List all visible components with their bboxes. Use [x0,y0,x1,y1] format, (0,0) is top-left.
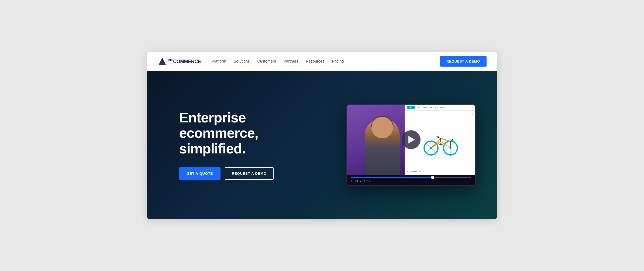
product-bottom-text: BE FASTEST S/B 18/80 [407,171,421,173]
video-screen: YETI BIKES APPAREL SALE BLOG STORY [347,105,475,175]
request-demo-button[interactable]: REQUEST A DEMO [440,56,487,67]
nav-item-platform[interactable]: Platform [212,59,226,64]
video-wrapper: YETI BIKES APPAREL SALE BLOG STORY [346,104,476,186]
play-button[interactable] [402,130,421,149]
bike-image [418,129,461,156]
hero-buttons: GET A QUOTE REQUEST A DEMO [179,167,292,180]
progress-bar[interactable] [351,177,471,178]
get-quote-button[interactable]: GET A QUOTE [179,167,221,180]
yeti-nav: YETI BIKES APPAREL SALE BLOG STORY [405,105,475,111]
nav-item-resources[interactable]: Resources [306,59,324,64]
video-container: YETI BIKES APPAREL SALE BLOG STORY [346,104,476,186]
yeti-logo: YETI [407,106,415,109]
svg-line-7 [441,138,450,142]
svg-line-13 [452,139,453,141]
nav-item-pricing[interactable]: Pricing [332,59,344,64]
time-display: 1:33 / 2:12 [351,180,471,183]
browser-window: BIGCOMMERCE Platform Solutions Customers… [147,52,497,219]
hero-section: Enterprise ecommerce, simplified. GET A … [147,71,497,219]
progress-dot [431,176,434,179]
navbar: BIGCOMMERCE Platform Solutions Customers… [147,52,497,71]
hero-title: Enterprise ecommerce, simplified. [179,110,292,156]
play-icon [408,136,415,143]
yeti-nav-links: BIKES APPAREL SALE BLOG STORY [417,107,445,108]
hero-content: Enterprise ecommerce, simplified. GET A … [179,110,292,180]
product-tag: RA [472,113,474,115]
progress-fill [351,177,433,178]
navbar-left: BIGCOMMERCE Platform Solutions Customers… [158,57,344,66]
svg-line-14 [438,137,441,138]
nav-item-partners[interactable]: Partners [284,59,298,64]
person-silhouette [365,118,400,175]
nav-item-solutions[interactable]: Solutions [234,59,250,64]
logo-text: BIGCOMMERCE [168,58,201,64]
person-head [371,117,393,138]
video-controls: 1:33 / 2:12 [347,175,475,185]
logo[interactable]: BIGCOMMERCE [158,57,201,66]
nav-item-customers[interactable]: Customers [257,59,276,64]
logo-icon [158,57,167,66]
request-demo-button-hero[interactable]: REQUEST A DEMO [225,167,274,180]
nav-links: Platform Solutions Customers Partners Re… [212,59,344,64]
